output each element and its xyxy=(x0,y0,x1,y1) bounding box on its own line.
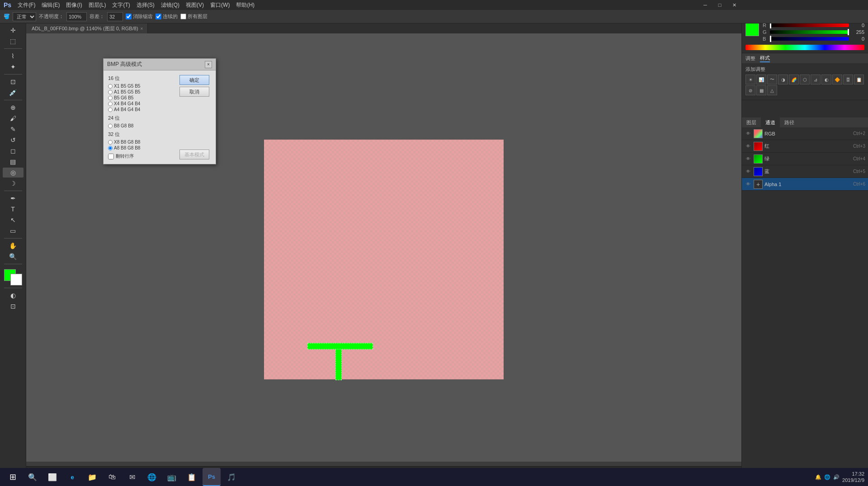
antialiasing-checkbox[interactable] xyxy=(126,14,132,19)
background-color[interactable] xyxy=(10,274,22,285)
adj-hsl-icon[interactable]: ⬡ xyxy=(800,75,810,84)
heal-tool[interactable]: ⊕ xyxy=(3,103,24,112)
radio-a8b8g8b8-input[interactable] xyxy=(108,146,113,150)
crop-tool[interactable]: ⊡ xyxy=(3,77,24,87)
all-layers-group[interactable]: 所有图层 xyxy=(180,13,208,20)
layer-row-blue[interactable]: 👁 蓝 Ctrl+5 xyxy=(742,165,868,178)
path-select-tool[interactable]: ↖ xyxy=(3,215,24,225)
adj-invert-icon[interactable]: ⊘ xyxy=(745,85,755,95)
adj-photo-icon[interactable]: 🔶 xyxy=(832,75,842,84)
pen-tool[interactable]: ✒ xyxy=(3,193,24,203)
adj-threshold-icon[interactable]: △ xyxy=(767,85,777,95)
layer-row-alpha1[interactable]: 👁 + Alpha 1 Ctrl+6 xyxy=(742,178,868,191)
adj-posterize-icon[interactable]: ▦ xyxy=(756,85,766,95)
menu-help[interactable]: 帮助(H) xyxy=(233,0,257,10)
adj-tab[interactable]: 调整 xyxy=(745,55,755,62)
maximize-button[interactable]: □ xyxy=(712,0,727,10)
layer-row-green[interactable]: 👁 绿 Ctrl+4 xyxy=(742,153,868,165)
lasso-tool[interactable]: ⌇ xyxy=(3,51,24,61)
contiguous-group[interactable]: 连续的 xyxy=(156,13,178,20)
tolerance-input[interactable] xyxy=(107,12,123,21)
color-swatches[interactable] xyxy=(4,269,22,285)
g-channel-bar[interactable] xyxy=(770,30,849,34)
adj-lookup-icon[interactable]: 📋 xyxy=(854,75,864,84)
taskbar-edge[interactable]: e xyxy=(63,468,81,486)
taskbar-media[interactable]: 📺 xyxy=(163,468,181,486)
eraser-tool[interactable]: ◻ xyxy=(3,146,24,156)
radio-b8g8b8-input[interactable] xyxy=(108,124,113,128)
minimize-button[interactable]: ─ xyxy=(698,0,712,10)
taskbar-task-view[interactable]: ⬜ xyxy=(43,468,61,486)
radio-x4b4g4b4-input[interactable] xyxy=(108,102,113,106)
menu-view[interactable]: 视图(V) xyxy=(183,0,207,10)
layer-row-red[interactable]: 👁 红 Ctrl+3 xyxy=(742,140,868,153)
taskbar-clock[interactable]: 17:32 2019/12/9 xyxy=(842,471,864,484)
taskbar-photoshop[interactable]: Ps xyxy=(203,468,221,486)
menu-select[interactable]: 选择(S) xyxy=(134,0,157,10)
document-tab[interactable]: ADL_B_00FF00.bmp @ 1140% (图层 0, RGB/8) × xyxy=(27,23,148,33)
adj-vibrance-icon[interactable]: 🌈 xyxy=(789,75,799,84)
sys-lang-icon[interactable]: 🌐 xyxy=(824,474,830,480)
taskbar-chrome[interactable]: 🌐 xyxy=(143,468,161,486)
screen-mode-btn[interactable]: ⊡ xyxy=(3,301,24,311)
ok-button[interactable]: 确定 xyxy=(179,75,209,85)
menu-layer[interactable]: 图层(L) xyxy=(86,0,109,10)
menu-filter[interactable]: 滤镜(Q) xyxy=(158,0,182,10)
menu-window[interactable]: 窗口(W) xyxy=(208,0,232,10)
radio-x8b8g8b8[interactable]: X8 B8 G8 B8 xyxy=(108,140,176,145)
antialiasing-group[interactable]: 消除锯齿 xyxy=(126,13,153,20)
taskbar-explorer[interactable]: 📁 xyxy=(83,468,101,486)
radio-a4b4g4b4[interactable]: A4 B4 G4 B4 xyxy=(108,107,176,112)
blur-tool[interactable]: ◎ xyxy=(3,168,24,178)
layer-vis-red[interactable]: 👁 xyxy=(745,143,752,150)
adj-levels-icon[interactable]: 📊 xyxy=(756,75,766,84)
gradient-tool[interactable]: ▤ xyxy=(3,157,24,167)
hand-tool[interactable]: ✋ xyxy=(3,241,24,251)
taskbar-mail[interactable]: ✉ xyxy=(123,468,141,486)
menu-edit[interactable]: 编辑(E) xyxy=(39,0,62,10)
radio-a1b5g5b5[interactable]: A1 B5 G5 B5 xyxy=(108,89,176,94)
text-tool[interactable]: T xyxy=(3,204,24,214)
eyedropper-tool[interactable]: 💉 xyxy=(3,88,24,98)
shape-tool[interactable]: ▭ xyxy=(3,226,24,236)
cancel-button[interactable]: 取消 xyxy=(179,87,209,97)
brush-tool[interactable]: 🖌 xyxy=(3,113,24,123)
dialog-close-button[interactable]: × xyxy=(205,61,212,68)
menu-image[interactable]: 图像(I) xyxy=(63,0,85,10)
taskbar-notes[interactable]: 📋 xyxy=(183,468,201,486)
move-tool[interactable]: ✛ xyxy=(3,25,24,35)
dodge-tool[interactable]: ☽ xyxy=(3,178,24,188)
fg-color-swatch[interactable] xyxy=(745,23,759,36)
radio-x4b4g4b4[interactable]: X4 B4 G4 B4 xyxy=(108,101,176,106)
radio-b5g6b5[interactable]: B5 G6 B5 xyxy=(108,95,176,100)
bmp-advanced-dialog[interactable]: BMP 高级模式 × 16 位 X1 B5 G5 B5 A1 B5 G5 B5 … xyxy=(103,58,216,164)
taskbar-store[interactable]: 🛍 xyxy=(103,468,121,486)
adj-exposure-icon[interactable]: ◑ xyxy=(778,75,788,84)
marquee-tool[interactable]: ⬚ xyxy=(3,36,24,46)
adj-brightness-icon[interactable]: ☀ xyxy=(745,75,755,84)
start-button[interactable]: ⊞ xyxy=(4,468,22,486)
basic-mode-button[interactable]: 基本模式 xyxy=(179,150,209,159)
layers-tab[interactable]: 图层 xyxy=(742,117,761,127)
all-layers-checkbox[interactable] xyxy=(180,14,186,19)
r-channel-bar[interactable] xyxy=(770,23,849,27)
tab-close-icon[interactable]: × xyxy=(141,26,143,31)
b-slider[interactable] xyxy=(770,36,771,42)
flip-row-checkbox[interactable] xyxy=(108,154,114,159)
layer-vis-blue[interactable]: 👁 xyxy=(745,168,752,175)
radio-x8b8g8b8-input[interactable] xyxy=(108,140,113,145)
radio-x1b5g5b5[interactable]: X1 B5 G5 B5 xyxy=(108,84,176,89)
channels-tab[interactable]: 通道 xyxy=(761,117,780,127)
adj-colorbal-icon[interactable]: ⊿ xyxy=(811,75,821,84)
layer-vis-rgb[interactable]: 👁 xyxy=(745,130,752,137)
radio-b8g8b8[interactable]: B8 G8 B8 xyxy=(108,123,176,128)
zoom-tool[interactable]: 🔍 xyxy=(3,252,24,262)
flip-row-checkbox-row[interactable]: 翻转行序 xyxy=(108,153,176,159)
g-slider[interactable] xyxy=(848,29,849,35)
mode-select[interactable]: 正常 xyxy=(13,12,36,21)
close-button[interactable]: ✕ xyxy=(727,0,741,10)
layer-row-rgb[interactable]: 👁 RGB Ctrl+2 xyxy=(742,127,868,140)
opacity-input[interactable] xyxy=(66,12,87,21)
contiguous-checkbox[interactable] xyxy=(156,14,161,19)
adj-curves-icon[interactable]: 〜 xyxy=(767,75,777,84)
